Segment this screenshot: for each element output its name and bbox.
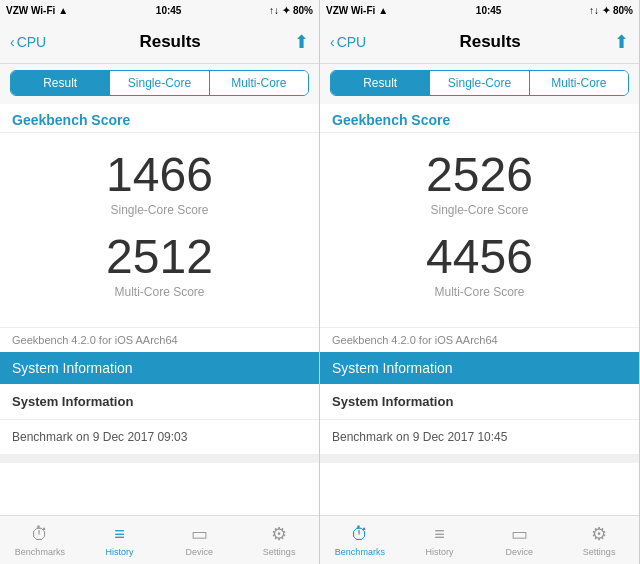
tab-single-right[interactable]: Single-Core bbox=[430, 71, 529, 95]
share-icon-left[interactable]: ⬆ bbox=[294, 31, 309, 53]
tab-benchmarks-left[interactable]: ⏱ Benchmarks bbox=[0, 524, 80, 557]
wifi-icon: ▲ bbox=[58, 5, 68, 16]
sys-info-row-right: System Information bbox=[320, 384, 639, 420]
signal-icon: ↑↓ bbox=[269, 5, 279, 16]
device-icon-right: ▭ bbox=[511, 523, 528, 545]
panel-left: VZW Wi-Fi ▲ 10:45 ↑↓ ✦ 80% ‹ CPU Results… bbox=[0, 0, 320, 564]
nav-bar-left: ‹ CPU Results ⬆ bbox=[0, 20, 319, 64]
bluetooth-icon-right: ✦ bbox=[602, 5, 610, 16]
nav-bar-right: ‹ CPU Results ⬆ bbox=[320, 20, 639, 64]
battery-right: 80% bbox=[613, 5, 633, 16]
back-button-left[interactable]: ‹ CPU bbox=[10, 34, 46, 50]
benchmark-date-left: Benchmark on 9 Dec 2017 09:03 bbox=[0, 420, 319, 455]
geekbench-header-right: Geekbench Score bbox=[320, 104, 639, 133]
single-core-score-left: 1466 bbox=[106, 151, 213, 199]
history-icon-left: ≡ bbox=[114, 524, 125, 545]
carrier-right: VZW Wi-Fi bbox=[326, 5, 375, 16]
history-label-left: History bbox=[106, 547, 134, 557]
device-label-left: Device bbox=[186, 547, 214, 557]
device-label-right: Device bbox=[506, 547, 534, 557]
single-core-label-right: Single-Core Score bbox=[430, 203, 528, 217]
tab-settings-right[interactable]: ⚙ Settings bbox=[559, 523, 639, 557]
time-left: 10:45 bbox=[156, 5, 182, 16]
benchmarks-icon-right: ⏱ bbox=[351, 524, 369, 545]
multi-core-label-left: Multi-Core Score bbox=[114, 285, 204, 299]
segment-control-right: Result Single-Core Multi-Core bbox=[330, 70, 629, 96]
gb-footer-left: Geekbench 4.2.0 for iOS AArch64 bbox=[0, 327, 319, 352]
tab-result-left[interactable]: Result bbox=[11, 71, 110, 95]
sys-info-header-left: System Information bbox=[0, 352, 319, 384]
wifi-icon-right: ▲ bbox=[378, 5, 388, 16]
carrier-left: VZW Wi-Fi bbox=[6, 5, 55, 16]
multi-core-score-right: 4456 bbox=[426, 233, 533, 281]
geekbench-header-left: Geekbench Score bbox=[0, 104, 319, 133]
signal-icon-right: ↑↓ bbox=[589, 5, 599, 16]
back-label-right: CPU bbox=[337, 34, 367, 50]
tab-multi-right[interactable]: Multi-Core bbox=[530, 71, 628, 95]
multi-core-label-right: Multi-Core Score bbox=[434, 285, 524, 299]
segment-control-left: Result Single-Core Multi-Core bbox=[10, 70, 309, 96]
status-bar-right: VZW Wi-Fi ▲ 10:45 ↑↓ ✦ 80% bbox=[320, 0, 639, 20]
single-core-score-right: 2526 bbox=[426, 151, 533, 199]
tab-settings-left[interactable]: ⚙ Settings bbox=[239, 523, 319, 557]
tab-device-right[interactable]: ▭ Device bbox=[480, 523, 560, 557]
tab-bar-right: ⏱ Benchmarks ≡ History ▭ Device ⚙ Settin… bbox=[320, 515, 639, 564]
settings-label-left: Settings bbox=[263, 547, 296, 557]
tab-device-left[interactable]: ▭ Device bbox=[160, 523, 240, 557]
spacer-left bbox=[0, 455, 319, 463]
benchmark-date-right: Benchmark on 9 Dec 2017 10:45 bbox=[320, 420, 639, 455]
segment-bar-right: Result Single-Core Multi-Core bbox=[320, 64, 639, 104]
share-icon-right[interactable]: ⬆ bbox=[614, 31, 629, 53]
tab-history-right[interactable]: ≡ History bbox=[400, 524, 480, 557]
tab-single-left[interactable]: Single-Core bbox=[110, 71, 209, 95]
sys-info-row-left: System Information bbox=[0, 384, 319, 420]
settings-icon-left: ⚙ bbox=[271, 523, 287, 545]
history-icon-right: ≡ bbox=[434, 524, 445, 545]
bluetooth-icon: ✦ bbox=[282, 5, 290, 16]
tab-history-left[interactable]: ≡ History bbox=[80, 524, 160, 557]
back-label-left: CPU bbox=[17, 34, 47, 50]
single-core-label-left: Single-Core Score bbox=[110, 203, 208, 217]
time-right: 10:45 bbox=[476, 5, 502, 16]
benchmarks-icon-left: ⏱ bbox=[31, 524, 49, 545]
settings-icon-right: ⚙ bbox=[591, 523, 607, 545]
history-label-right: History bbox=[426, 547, 454, 557]
tab-benchmarks-right[interactable]: ⏱ Benchmarks bbox=[320, 524, 400, 557]
device-icon-left: ▭ bbox=[191, 523, 208, 545]
segment-bar-left: Result Single-Core Multi-Core bbox=[0, 64, 319, 104]
panel-right: VZW Wi-Fi ▲ 10:45 ↑↓ ✦ 80% ‹ CPU Results… bbox=[320, 0, 640, 564]
chevron-left-icon: ‹ bbox=[10, 34, 15, 50]
status-bar-left: VZW Wi-Fi ▲ 10:45 ↑↓ ✦ 80% bbox=[0, 0, 319, 20]
tab-result-right[interactable]: Result bbox=[331, 71, 430, 95]
score-area-left: 1466 Single-Core Score 2512 Multi-Core S… bbox=[0, 133, 319, 327]
score-area-right: 2526 Single-Core Score 4456 Multi-Core S… bbox=[320, 133, 639, 327]
battery-left: 80% bbox=[293, 5, 313, 16]
nav-title-right: Results bbox=[459, 32, 520, 52]
benchmarks-label-left: Benchmarks bbox=[15, 547, 65, 557]
benchmarks-label-right: Benchmarks bbox=[335, 547, 385, 557]
sys-info-header-right: System Information bbox=[320, 352, 639, 384]
tab-bar-left: ⏱ Benchmarks ≡ History ▭ Device ⚙ Settin… bbox=[0, 515, 319, 564]
nav-title-left: Results bbox=[139, 32, 200, 52]
spacer-right bbox=[320, 455, 639, 463]
chevron-left-icon-right: ‹ bbox=[330, 34, 335, 50]
settings-label-right: Settings bbox=[583, 547, 616, 557]
back-button-right[interactable]: ‹ CPU bbox=[330, 34, 366, 50]
gb-footer-right: Geekbench 4.2.0 for iOS AArch64 bbox=[320, 327, 639, 352]
multi-core-score-left: 2512 bbox=[106, 233, 213, 281]
tab-multi-left[interactable]: Multi-Core bbox=[210, 71, 308, 95]
